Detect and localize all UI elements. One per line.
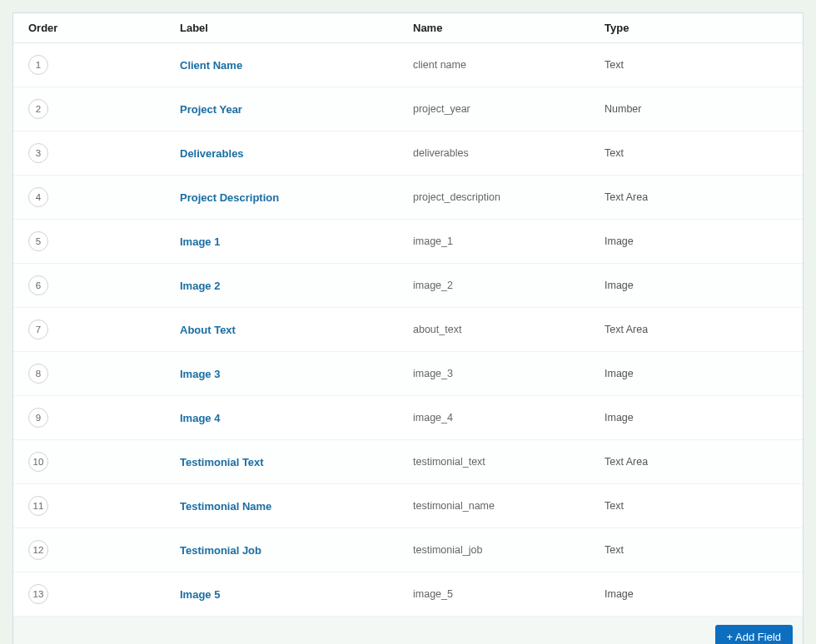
field-row[interactable]: 5Image 1image_1Image <box>13 220 803 264</box>
field-row[interactable]: 10Testimonial Texttestimonial_textText A… <box>13 440 803 484</box>
header-order: Order <box>13 22 180 34</box>
field-type: Image <box>605 412 803 424</box>
order-handle[interactable]: 9 <box>28 408 48 428</box>
field-type: Text <box>605 59 803 71</box>
field-label-link[interactable]: Image 1 <box>180 235 220 248</box>
field-row[interactable]: 11Testimonial Nametestimonial_nameText <box>13 484 803 528</box>
order-handle[interactable]: 4 <box>28 187 48 207</box>
field-type: Image <box>605 368 803 379</box>
field-label-link[interactable]: Testimonial Name <box>180 500 271 513</box>
field-name: testimonial_name <box>413 500 605 512</box>
field-name: about_text <box>413 324 605 335</box>
field-label-link[interactable]: Image 2 <box>180 280 220 292</box>
field-name: testimonial_text <box>413 456 605 468</box>
order-handle[interactable]: 6 <box>28 275 48 295</box>
field-row[interactable]: 7About Textabout_textText Area <box>13 308 803 352</box>
field-label-link[interactable]: Client Name <box>180 59 242 72</box>
add-field-button[interactable]: + Add Field <box>715 625 793 644</box>
field-name: testimonial_job <box>413 544 605 556</box>
field-row[interactable]: 2Project Yearproject_yearNumber <box>13 87 803 131</box>
field-name: image_1 <box>413 235 605 247</box>
field-label-link[interactable]: Testimonial Text <box>180 456 264 468</box>
field-label-link[interactable]: Project Description <box>180 191 279 204</box>
field-type: Image <box>605 235 803 247</box>
field-row[interactable]: 12Testimonial Jobtestimonial_jobText <box>13 528 803 572</box>
fields-panel: Order Label Name Type 1Client Nameclient… <box>12 12 804 644</box>
field-row[interactable]: 8Image 3image_3Image <box>13 352 803 396</box>
header-type: Type <box>605 22 803 34</box>
panel-footer: + Add Field <box>13 617 803 644</box>
field-name: image_5 <box>413 588 605 600</box>
field-row[interactable]: 3DeliverablesdeliverablesText <box>13 131 803 176</box>
order-handle[interactable]: 10 <box>28 452 48 472</box>
order-handle[interactable]: 3 <box>28 143 48 163</box>
order-handle[interactable]: 8 <box>28 364 48 384</box>
order-handle[interactable]: 1 <box>28 55 48 75</box>
field-label-link[interactable]: Image 5 <box>180 588 220 601</box>
field-type: Text <box>605 500 803 512</box>
field-type: Number <box>605 103 803 115</box>
field-row[interactable]: 9Image 4image_4Image <box>13 396 803 440</box>
order-handle[interactable]: 11 <box>28 496 48 516</box>
field-name: project_year <box>413 103 605 115</box>
fields-body: 1Client Nameclient nameText2Project Year… <box>13 43 803 617</box>
field-row[interactable]: 13Image 5image_5Image <box>13 572 803 617</box>
field-type: Text Area <box>605 456 803 468</box>
field-type: Text Area <box>605 191 803 203</box>
field-row[interactable]: 1Client Nameclient nameText <box>13 43 803 87</box>
field-label-link[interactable]: About Text <box>180 324 236 336</box>
order-handle[interactable]: 5 <box>28 231 48 251</box>
order-handle[interactable]: 2 <box>28 99 48 119</box>
field-label-link[interactable]: Testimonial Job <box>180 544 261 557</box>
field-label-link[interactable]: Image 4 <box>180 412 220 424</box>
field-name: deliverables <box>413 147 605 159</box>
header-label: Label <box>180 22 413 34</box>
field-name: client name <box>413 59 605 71</box>
field-label-link[interactable]: Project Year <box>180 103 242 116</box>
field-type: Image <box>605 280 803 291</box>
order-handle[interactable]: 13 <box>28 584 48 604</box>
table-header: Order Label Name Type <box>13 13 803 43</box>
field-label-link[interactable]: Deliverables <box>180 147 244 160</box>
field-type: Image <box>605 588 803 600</box>
order-handle[interactable]: 12 <box>28 540 48 560</box>
field-name: image_2 <box>413 280 605 291</box>
field-type: Text <box>605 147 803 159</box>
field-type: Text <box>605 544 803 556</box>
field-name: image_4 <box>413 412 605 424</box>
order-handle[interactable]: 7 <box>28 320 48 339</box>
field-row[interactable]: 4Project Descriptionproject_descriptionT… <box>13 176 803 220</box>
field-name: image_3 <box>413 368 605 379</box>
field-row[interactable]: 6Image 2image_2Image <box>13 264 803 308</box>
field-type: Text Area <box>605 324 803 335</box>
header-name: Name <box>413 22 605 34</box>
field-name: project_description <box>413 191 605 203</box>
field-label-link[interactable]: Image 3 <box>180 368 220 380</box>
